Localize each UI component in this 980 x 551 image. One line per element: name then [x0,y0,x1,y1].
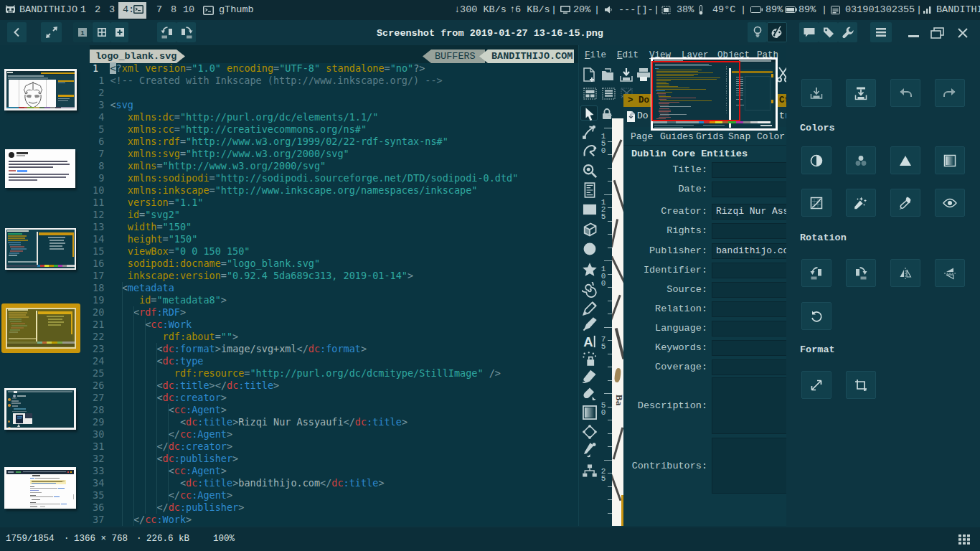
svg-text:A: A [583,334,593,349]
